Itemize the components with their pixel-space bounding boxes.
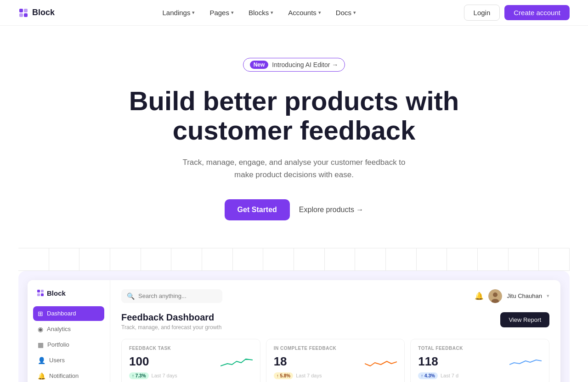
mini-chart-1 — [365, 354, 397, 371]
nav-pages[interactable]: Pages ▾ — [203, 6, 240, 19]
analytics-icon: ◉ — [38, 326, 43, 333]
svg-rect-1 — [24, 9, 28, 12]
svg-rect-2 — [19, 13, 23, 17]
hero-title: Build better products with customer feed… — [124, 86, 464, 145]
hero-badge[interactable]: New Introducing AI Editor → — [243, 58, 345, 72]
stat-badge-0: ↑ 7.3% — [129, 372, 149, 379]
hero-subtitle: Track, manage, engage, and analyse your … — [175, 156, 413, 181]
explore-products-button[interactable]: Explore products → — [299, 206, 364, 214]
svg-rect-4 — [37, 290, 40, 292]
sidebar-item-users[interactable]: 👤 Users — [33, 353, 104, 368]
nav-docs[interactable]: Docs ▾ — [329, 6, 362, 19]
logo-text: Block — [32, 8, 55, 17]
nav-landings[interactable]: Landings ▾ — [156, 6, 202, 19]
stat-label-2: TOTAL FEEDBACK — [418, 346, 542, 351]
navigation: Block Landings ▾ Pages ▾ Blocks ▾ Accoun… — [0, 0, 588, 26]
stat-badge-2: ↑ 4.3% — [418, 372, 438, 379]
svg-rect-7 — [41, 293, 44, 296]
badge-text: Introducing AI Editor → — [272, 61, 338, 68]
nav-links: Landings ▾ Pages ▾ Blocks ▾ Accounts ▾ D… — [156, 6, 363, 19]
create-account-button[interactable]: Create account — [504, 5, 570, 20]
stat-label-0: FEEDBACK TASK — [129, 346, 253, 351]
user-name: Jitu Chauhan — [507, 292, 542, 299]
view-report-button[interactable]: View Report — [500, 312, 549, 327]
stat-card-total-feedback: TOTAL FEEDBACK 118 ↑ 4.3% Last 7 d — [410, 339, 549, 382]
nav-blocks[interactable]: Blocks ▾ — [242, 6, 280, 19]
hero-section: New Introducing AI Editor → Build better… — [0, 26, 588, 248]
feedback-header: Feedback Dashboard Track, manage, and fo… — [121, 312, 549, 331]
stat-footer-2: ↑ 4.3% Last 7 d — [418, 372, 542, 379]
stat-value-0: 100 — [129, 354, 149, 369]
stat-card-incomplete-feedback: IN COMPLETE FEEDBACK 18 ↑ 5.8% Last 7 da… — [266, 339, 405, 382]
stat-footer-0: ↑ 7.3% Last 7 days — [129, 372, 253, 379]
chevron-down-icon: ▾ — [231, 10, 234, 16]
chevron-down-icon: ▾ — [353, 10, 356, 16]
sidebar-item-dashboard[interactable]: ⊞ Dashboard — [33, 306, 104, 321]
stat-card-feedback-task: FEEDBACK TASK 100 ↑ 7.3% Last 7 days — [121, 339, 260, 382]
stat-days-0: Last 7 days — [152, 373, 177, 378]
chevron-down-icon: ▾ — [271, 10, 273, 16]
grid-separator — [18, 248, 570, 271]
svg-point-9 — [493, 292, 498, 297]
bell-icon: 🔔 — [38, 372, 45, 380]
stat-days-1: Last 7 days — [296, 373, 322, 378]
dashboard-topbar: 🔍 🔔 Jitu Chauhan ▾ — [121, 289, 549, 303]
avatar — [488, 289, 502, 303]
stat-days-2: Last 7 d — [441, 373, 458, 378]
sidebar-item-portfolio[interactable]: ▦ Portfolio — [33, 337, 104, 352]
user-icon: 👤 — [38, 357, 45, 364]
stat-footer-1: ↑ 5.8% Last 7 days — [274, 372, 397, 379]
stat-value-2: 118 — [418, 354, 438, 369]
dash-logo: Block — [33, 289, 104, 297]
user-chevron-icon[interactable]: ▾ — [547, 293, 549, 299]
chevron-down-icon: ▾ — [318, 10, 321, 16]
stat-label-1: IN COMPLETE FEEDBACK — [274, 346, 397, 351]
nav-actions: Login Create account — [464, 5, 570, 21]
login-button[interactable]: Login — [464, 5, 500, 21]
topbar-right: 🔔 Jitu Chauhan ▾ — [475, 289, 549, 303]
mini-chart-0 — [220, 354, 253, 371]
dashboard-main: 🔍 🔔 Jitu Chauhan ▾ — [110, 280, 560, 382]
chevron-down-icon: ▾ — [192, 10, 195, 16]
search-box[interactable]: 🔍 — [121, 289, 222, 303]
logo-icon — [18, 8, 28, 18]
sidebar-item-notification[interactable]: 🔔 Notification — [33, 369, 104, 382]
stat-badge-1: ↑ 5.8% — [274, 372, 294, 379]
logo[interactable]: Block — [18, 8, 55, 18]
portfolio-icon: ▦ — [38, 341, 44, 348]
svg-rect-5 — [41, 290, 44, 292]
search-input[interactable] — [138, 292, 215, 299]
sidebar-item-analytics[interactable]: ◉ Analytics — [33, 322, 104, 337]
stats-grid: FEEDBACK TASK 100 ↑ 7.3% Last 7 days IN … — [121, 339, 549, 382]
dashboard-sidebar: Block ⊞ Dashboard ◉ Analytics ▦ Portfoli… — [28, 280, 110, 382]
svg-rect-3 — [24, 13, 28, 17]
get-started-button[interactable]: Get Started — [225, 199, 290, 220]
stat-value-1: 18 — [274, 354, 287, 369]
nav-accounts[interactable]: Accounts ▾ — [282, 6, 328, 19]
mini-chart-2 — [509, 354, 542, 371]
dash-logo-icon — [37, 289, 44, 297]
feedback-title: Feedback Dashboard — [121, 312, 221, 323]
notification-bell-icon[interactable]: 🔔 — [475, 292, 484, 300]
badge-new-label: New — [250, 61, 269, 69]
search-icon: 🔍 — [127, 292, 135, 300]
grid-icon: ⊞ — [38, 310, 43, 317]
svg-rect-0 — [19, 9, 23, 12]
feedback-subtitle: Track, manage, and forecast your growth — [121, 324, 221, 331]
hero-cta: Get Started Explore products → — [9, 199, 579, 220]
dashboard-preview: Block ⊞ Dashboard ◉ Analytics ▦ Portfoli… — [18, 271, 570, 382]
avatar-image — [488, 289, 502, 303]
svg-rect-6 — [37, 293, 40, 296]
